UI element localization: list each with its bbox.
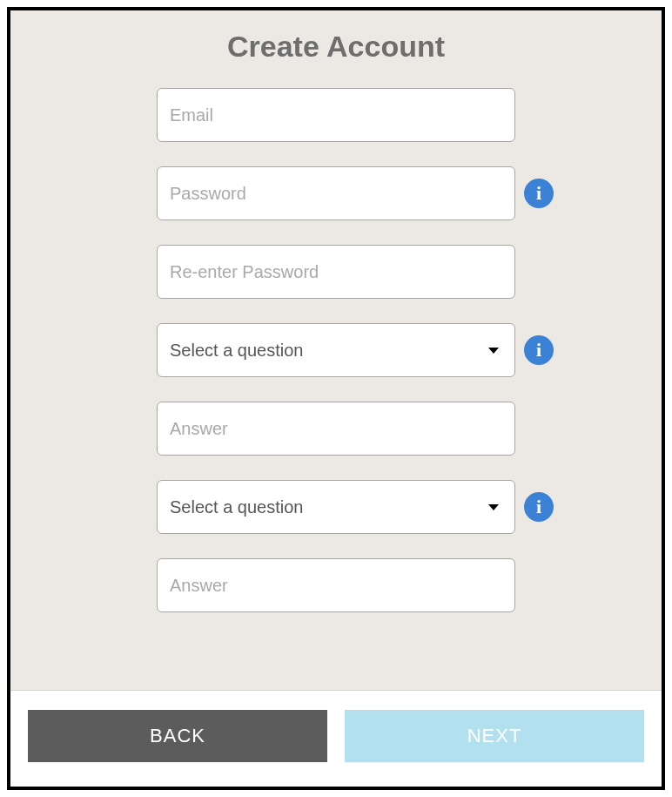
answer2-row <box>37 558 635 612</box>
answer1-input[interactable] <box>157 402 515 456</box>
answer1-field-wrap <box>157 402 515 456</box>
info-icon[interactable]: i <box>524 179 554 208</box>
question1-row: Select a question i <box>37 323 635 377</box>
caret-down-icon <box>488 348 499 354</box>
caret-down-icon <box>488 504 499 510</box>
email-input[interactable] <box>157 88 515 142</box>
password-row: i <box>37 166 635 220</box>
info-icon[interactable]: i <box>524 335 554 365</box>
account-create-frame: Create Account i <box>7 7 665 790</box>
answer2-field-wrap <box>157 558 515 612</box>
reenter-password-row <box>37 245 635 299</box>
next-button[interactable]: NEXT <box>345 710 644 762</box>
reenter-password-input[interactable] <box>157 245 515 299</box>
password-input[interactable] <box>157 166 515 220</box>
info-icon[interactable]: i <box>524 492 554 522</box>
answer2-input[interactable] <box>157 558 515 612</box>
form-area: Create Account i <box>10 10 662 691</box>
page-title: Create Account <box>227 30 445 64</box>
password-field-wrap <box>157 166 515 220</box>
question2-select[interactable]: Select a question <box>157 480 515 534</box>
button-bar: BACK NEXT <box>10 691 662 787</box>
question2-field-wrap: Select a question <box>157 480 515 534</box>
question2-selected-text: Select a question <box>170 497 488 517</box>
answer1-row <box>37 402 635 456</box>
question1-selected-text: Select a question <box>170 341 488 361</box>
question1-select[interactable]: Select a question <box>157 323 515 377</box>
question1-field-wrap: Select a question <box>157 323 515 377</box>
question2-row: Select a question i <box>37 480 635 534</box>
email-field-wrap <box>157 88 515 142</box>
email-row <box>37 88 635 142</box>
reenter-password-field-wrap <box>157 245 515 299</box>
back-button[interactable]: BACK <box>28 710 327 762</box>
